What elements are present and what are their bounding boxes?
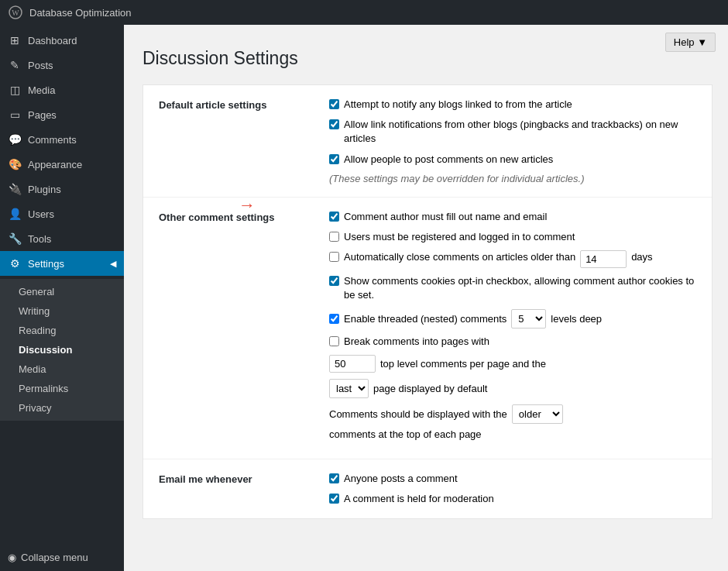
sidebar-item-dashboard[interactable]: ⊞ Dashboard — [0, 28, 124, 53]
topbar: W Database Optimization — [0, 0, 728, 25]
sidebar-label-dashboard: Dashboard — [28, 35, 77, 46]
sidebar-item-plugins[interactable]: 🔌 Plugins — [0, 177, 124, 201]
auto-close-after: days — [631, 250, 652, 264]
submenu-privacy[interactable]: Privacy — [0, 398, 124, 418]
link-notifications-text: Allow link notifications from other blog… — [344, 118, 696, 146]
registered-text: Users must be registered and logged in t… — [344, 230, 575, 244]
threaded-comments-row: Enable threaded (nested) comments 12345 … — [329, 309, 696, 328]
checkbox-notify-blogs[interactable] — [329, 99, 339, 109]
checkbox-allow-comments[interactable] — [329, 154, 339, 164]
checkbox-registered[interactable] — [329, 232, 339, 242]
sidebar-item-tools[interactable]: 🔧 Tools — [0, 226, 124, 251]
display-order-before: Comments should be displayed with the — [329, 408, 507, 420]
other-comment-content: Comment author must fill out name and em… — [329, 210, 696, 446]
sidebar-item-posts[interactable]: ✎ Posts — [0, 53, 124, 77]
other-comment-row: Other comment settings Comment author mu… — [143, 198, 712, 459]
allow-comments-text: Allow people to post comments on new art… — [344, 153, 553, 167]
sidebar-label-appearance: Appearance — [28, 159, 82, 170]
sidebar-item-media[interactable]: ◫ Media — [0, 77, 124, 102]
sidebar-item-users[interactable]: 👤 Users — [0, 201, 124, 226]
check-allow-comments: Allow people to post comments on new art… — [329, 153, 696, 167]
check-author-fill: Comment author must fill out name and em… — [329, 210, 696, 224]
main-nav: ⊞ Dashboard ✎ Posts ◫ Media ▭ Pages 💬 Co… — [0, 25, 124, 279]
site-title: Database Optimization — [29, 7, 132, 19]
sidebar-item-appearance[interactable]: 🎨 Appearance — [0, 152, 124, 177]
display-order-select[interactable]: oldernewer — [512, 404, 563, 424]
email-label: Email me whenever — [159, 472, 329, 485]
check-held-moderation: A comment is held for moderation — [329, 492, 696, 506]
checkbox-link-notifications[interactable] — [329, 119, 339, 129]
collapse-menu-button[interactable]: ◉ Collapse menu — [0, 544, 124, 571]
dashboard-icon: ⊞ — [8, 34, 22, 46]
plugins-icon: 🔌 — [8, 183, 22, 195]
display-order-after: comments at the top of each page — [329, 428, 482, 440]
sidebar-item-pages[interactable]: ▭ Pages — [0, 102, 124, 127]
submenu-permalinks[interactable]: Permalinks — [0, 379, 124, 398]
users-icon: 👤 — [8, 208, 22, 220]
help-label: Help ▼ — [674, 36, 707, 48]
sidebar-label-tools: Tools — [28, 233, 51, 245]
comments-icon: 💬 — [8, 133, 22, 146]
check-notify-blogs: Attempt to notify any blogs linked to fr… — [329, 98, 696, 112]
top-level-text: top level comments per page and the — [380, 358, 546, 370]
checkbox-cookies[interactable] — [329, 276, 339, 286]
page-displayed-row: firstlast page displayed by default — [329, 379, 696, 398]
submenu-reading[interactable]: Reading — [0, 321, 124, 340]
threaded-depth-select[interactable]: 12345 678910 — [511, 309, 546, 328]
arrow-indicator: → — [239, 197, 256, 214]
check-link-notifications: Allow link notifications from other blog… — [329, 118, 696, 146]
break-pages-text: Break comments into pages with — [344, 335, 489, 349]
author-fill-text: Comment author must fill out name and em… — [344, 210, 547, 224]
sidebar-label-pages: Pages — [28, 109, 57, 121]
display-order-row: Comments should be displayed with the ol… — [329, 404, 696, 440]
submenu-writing[interactable]: Writing — [0, 301, 124, 321]
held-moderation-text: A comment is held for moderation — [344, 492, 494, 506]
page-displayed-select[interactable]: firstlast — [329, 379, 369, 398]
sidebar-label-posts: Posts — [28, 60, 53, 71]
collapse-label: Collapse menu — [21, 552, 88, 563]
checkbox-author-fill[interactable] — [329, 212, 339, 222]
check-cookies: Show comments cookies opt-in checkbox, a… — [329, 274, 696, 302]
auto-close-before: Automatically close comments on articles… — [344, 250, 575, 264]
sidebar-item-comments[interactable]: 💬 Comments — [0, 127, 124, 152]
check-anyone-posts: Anyone posts a comment — [329, 472, 696, 486]
threaded-after: levels deep — [551, 313, 602, 325]
email-content: Anyone posts a comment A comment is held… — [329, 472, 696, 506]
media-icon: ◫ — [8, 84, 22, 96]
check-registered: Users must be registered and logged in t… — [329, 230, 696, 244]
appearance-icon: 🎨 — [8, 158, 22, 170]
submenu-general[interactable]: General — [0, 282, 124, 301]
checkbox-held-moderation[interactable] — [329, 494, 339, 504]
threaded-before: Enable threaded (nested) comments — [344, 313, 507, 325]
notify-blogs-text: Attempt to notify any blogs linked to fr… — [344, 98, 572, 112]
settings-arrow-icon: ◀ — [110, 259, 116, 269]
checkbox-threaded[interactable] — [329, 314, 339, 324]
posts-icon: ✎ — [8, 59, 22, 71]
settings-submenu: General Writing Reading Discussion Media… — [0, 279, 124, 421]
settings-icon: ⚙ — [8, 257, 22, 270]
email-row: Email me whenever Anyone posts a comment… — [143, 459, 712, 518]
submenu-discussion[interactable]: Discussion — [0, 340, 124, 359]
main-content: → Help ▼ Discussion Settings Default art… — [124, 25, 728, 571]
help-button[interactable]: Help ▼ — [665, 33, 716, 52]
sidebar-item-settings[interactable]: ⚙ Settings ◀ — [0, 251, 124, 276]
default-article-row: Default article settings Attempt to noti… — [143, 85, 712, 198]
auto-close-days-input[interactable] — [580, 250, 627, 268]
anyone-posts-text: Anyone posts a comment — [344, 472, 458, 486]
collapse-icon: ◉ — [8, 552, 16, 563]
settings-form: Default article settings Attempt to noti… — [143, 84, 713, 519]
top-level-row: top level comments per page and the — [329, 355, 696, 373]
sidebar-label-comments: Comments — [28, 134, 77, 146]
top-level-input[interactable] — [329, 355, 376, 373]
default-article-label: Default article settings — [159, 98, 329, 111]
default-article-content: Attempt to notify any blogs linked to fr… — [329, 98, 696, 184]
override-note: (These settings may be overridden for in… — [329, 173, 696, 184]
checkbox-auto-close[interactable] — [329, 252, 339, 262]
cookies-text: Show comments cookies opt-in checkbox, a… — [344, 274, 696, 302]
pages-icon: ▭ — [8, 108, 22, 121]
submenu-media[interactable]: Media — [0, 359, 124, 379]
check-break-pages: Break comments into pages with — [329, 335, 696, 349]
checkbox-break-pages[interactable] — [329, 336, 339, 346]
checkbox-anyone-posts[interactable] — [329, 473, 339, 483]
page-title: Discussion Settings — [143, 48, 713, 69]
